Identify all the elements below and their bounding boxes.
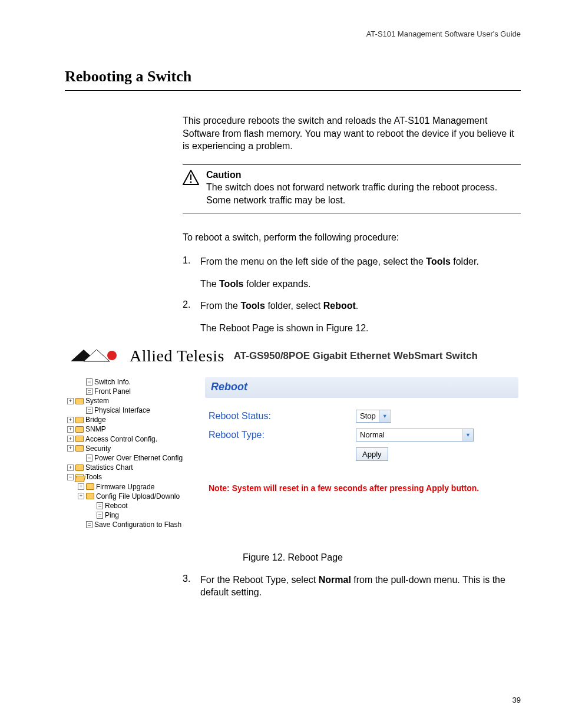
expand-icon[interactable]: + xyxy=(67,445,74,452)
page-title: Rebooting a Switch xyxy=(65,68,521,85)
apply-button[interactable]: Apply xyxy=(356,447,388,461)
figure-screenshot: Allied Telesis AT-GS950/8POE Gigabit Eth… xyxy=(65,347,518,530)
title-rule xyxy=(65,90,521,91)
tree-firmware[interactable]: +Firmware Upgrade xyxy=(67,482,194,492)
caution-heading: Caution xyxy=(206,170,242,180)
reboot-type-label: Reboot Type: xyxy=(209,430,356,440)
collapse-icon[interactable]: − xyxy=(67,474,74,480)
chevron-down-icon: ▼ xyxy=(462,429,473,441)
tree-config-file[interactable]: +Config File Upload/Downlo xyxy=(67,492,194,501)
tree-switch-info[interactable]: Switch Info. xyxy=(67,377,194,387)
step-3: 3. For the Reboot Type, select Normal fr… xyxy=(183,574,521,599)
procedure-leadin: To reboot a switch, perform the followin… xyxy=(183,231,521,244)
tree-physical-interface[interactable]: Physical Interface xyxy=(67,406,194,415)
tree-reboot[interactable]: Reboot xyxy=(67,501,194,510)
tree-acl[interactable]: +Access Control Config. xyxy=(67,434,194,444)
caution-text: The switch does not forward network traf… xyxy=(206,182,497,205)
brand-name: Allied Telesis xyxy=(130,347,224,365)
tree-bridge[interactable]: +Bridge xyxy=(67,415,194,424)
chevron-down-icon: ▼ xyxy=(379,410,390,422)
allied-telesis-logo-icon xyxy=(71,350,124,363)
svg-point-5 xyxy=(107,351,117,360)
tree-tools[interactable]: −Tools xyxy=(67,472,194,482)
tree-snmp[interactable]: +SNMP xyxy=(67,424,194,434)
reboot-status-select[interactable]: Stop ▼ xyxy=(356,410,391,423)
expand-icon[interactable]: + xyxy=(67,436,74,442)
reset-note: Note: System will reset in a few seconds… xyxy=(209,483,515,493)
tree-security[interactable]: +Security xyxy=(67,444,194,453)
tree-stats[interactable]: +Statistics Chart xyxy=(67,463,194,472)
expand-icon[interactable]: + xyxy=(67,426,74,433)
expand-icon[interactable]: + xyxy=(78,483,84,490)
product-name: AT-GS950/8POE Gigabit Ethernet WebSmart … xyxy=(234,350,478,362)
step-2: 2. From the Tools folder, select Reboot.… xyxy=(183,299,521,334)
tree-poe[interactable]: Power Over Ethernet Config xyxy=(67,453,194,463)
expand-icon[interactable]: + xyxy=(78,493,84,499)
reboot-status-label: Reboot Status: xyxy=(209,411,356,421)
caution-block: Caution The switch does not forward netw… xyxy=(183,164,521,213)
page-number: 39 xyxy=(513,696,521,704)
tree-save-flash[interactable]: Save Configuration to Flash xyxy=(67,520,194,529)
expand-icon[interactable]: + xyxy=(67,465,74,471)
reboot-type-select[interactable]: Normal ▼ xyxy=(356,429,474,442)
expand-icon[interactable]: + xyxy=(67,398,74,404)
tree-front-panel[interactable]: Front Panel xyxy=(67,387,194,396)
tree-ping[interactable]: Ping xyxy=(67,510,194,520)
figure-caption: Figure 12. Reboot Page xyxy=(65,552,521,563)
expand-icon[interactable]: + xyxy=(67,417,74,423)
tree-system[interactable]: +System xyxy=(67,396,194,406)
svg-point-2 xyxy=(190,181,192,183)
warning-icon xyxy=(183,170,199,207)
panel-title: Reboot xyxy=(211,381,247,393)
intro-paragraph: This procedure reboots the switch and re… xyxy=(183,114,521,153)
step-1: 1. From the menu on the left side of the… xyxy=(183,255,521,290)
doc-header: AT-S101 Management Software User's Guide xyxy=(65,29,521,38)
nav-tree: Switch Info. Front Panel +System Physica… xyxy=(65,377,194,530)
